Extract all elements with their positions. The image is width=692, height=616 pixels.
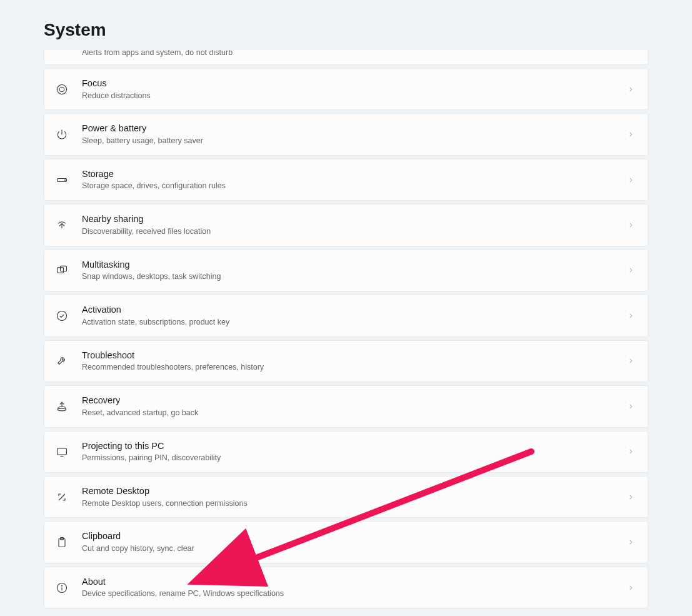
settings-item-title: Recovery [82,395,613,407]
settings-item-recovery[interactable]: RecoveryReset, advanced startup, go back [44,385,648,427]
settings-item-text: Remote DesktopRemote Desktop users, conn… [82,485,613,508]
settings-item-subtitle: Sleep, battery usage, battery saver [82,136,613,146]
settings-item-subtitle: Cut and copy history, sync, clear [82,543,613,554]
recovery-icon [56,400,68,413]
settings-item-title: Activation [82,304,613,316]
settings-item-title: Projecting to this PC [82,440,613,453]
settings-item-title: Focus [82,78,613,90]
chevron-right-icon [626,85,635,94]
settings-item-activation[interactable]: ActivationActivation state, subscription… [44,295,648,336]
nearby-icon [56,219,68,231]
settings-item-subtitle: Reset, advanced startup, go back [82,408,613,418]
page-title: System [44,0,648,50]
settings-item-text: FocusReduce distractions [82,78,613,101]
settings-item-subtitle: Alerts from apps and system, do not dist… [82,50,635,58]
chevron-right-icon [626,266,635,275]
svg-point-3 [65,179,66,180]
settings-item-title: Storage [82,168,613,181]
storage-icon [56,174,68,186]
chevron-right-icon [626,583,635,592]
settings-item-subtitle: Discoverability, received files location [82,226,613,237]
settings-item-title: Multitasking [82,259,613,271]
projecting-icon [56,445,68,458]
settings-item-title: About [82,576,613,588]
settings-item-subtitle: Permissions, pairing PIN, discoverabilit… [82,453,613,463]
chevron-right-icon [626,176,635,184]
activation-icon [56,310,68,322]
settings-item-troubleshoot[interactable]: TroubleshootRecommended troubleshooters,… [44,340,648,382]
about-icon [56,582,68,594]
settings-item-nearby[interactable]: Nearby sharingDiscoverability, received … [44,204,648,246]
chevron-right-icon [626,221,635,230]
settings-item-storage[interactable]: StorageStorage space, drives, configurat… [44,159,648,201]
multitasking-icon [56,264,68,276]
settings-item-title: Troubleshoot [82,350,613,362]
settings-item-title: Clipboard [82,530,613,543]
chevron-right-icon [626,356,635,365]
settings-item-text: MultitaskingSnap windows, desktops, task… [82,259,613,282]
svg-point-12 [62,585,63,586]
settings-item-text: RecoveryReset, advanced startup, go back [82,395,613,418]
settings-item-subtitle: Activation state, subscriptions, product… [82,317,613,328]
settings-item-clipboard[interactable]: ClipboardCut and copy history, sync, cle… [44,521,648,563]
remote-icon [56,491,68,503]
settings-item-text: Power & batterySleep, battery usage, bat… [82,123,613,146]
settings-item-subtitle: Reduce distractions [82,91,613,101]
settings-item-text: Projecting to this PCPermissions, pairin… [82,440,613,463]
focus-icon [56,83,68,96]
settings-item-subtitle: Recommended troubleshooters, preferences… [82,362,613,373]
settings-item-title: Remote Desktop [82,485,613,498]
settings-item-subtitle: Remote Desktop users, connection permiss… [82,498,613,509]
power-icon [56,128,68,141]
settings-item-text: NotificationsAlerts from apps and system… [82,50,635,58]
chevron-right-icon [626,447,635,456]
settings-item-title: Nearby sharing [82,213,613,226]
chevron-right-icon [626,402,635,411]
settings-item-multitasking[interactable]: MultitaskingSnap windows, desktops, task… [44,250,648,291]
settings-list: NotificationsAlerts from apps and system… [44,50,648,608]
settings-item-projecting[interactable]: Projecting to this PCPermissions, pairin… [44,431,648,473]
svg-rect-8 [58,448,67,455]
chevron-right-icon [626,538,635,547]
settings-item-title: Power & battery [82,123,613,135]
settings-item-power[interactable]: Power & batterySleep, battery usage, bat… [44,113,648,155]
settings-item-subtitle: Snap windows, desktops, task switching [82,271,613,282]
settings-item-subtitle: Storage space, drives, configuration rul… [82,181,613,191]
clipboard-icon [56,536,68,548]
chevron-right-icon [626,130,635,139]
settings-item-text: StorageStorage space, drives, configurat… [82,168,613,191]
chevron-right-icon [626,311,635,320]
svg-point-6 [58,311,67,320]
settings-item-text: AboutDevice specifications, rename PC, W… [82,576,613,599]
svg-point-0 [58,84,67,94]
settings-item-notifications[interactable]: NotificationsAlerts from apps and system… [44,50,648,65]
svg-point-7 [58,408,66,411]
settings-item-about[interactable]: AboutDevice specifications, rename PC, W… [44,567,648,608]
settings-item-subtitle: Device specifications, rename PC, Window… [82,588,613,599]
svg-point-1 [59,87,64,92]
chevron-right-icon [626,493,635,502]
settings-item-remote[interactable]: Remote DesktopRemote Desktop users, conn… [44,476,648,518]
settings-item-text: ActivationActivation state, subscription… [82,304,613,327]
troubleshoot-icon [56,355,68,367]
settings-item-text: ClipboardCut and copy history, sync, cle… [82,530,613,553]
settings-item-text: Nearby sharingDiscoverability, received … [82,213,613,236]
settings-item-focus[interactable]: FocusReduce distractions [44,68,648,110]
settings-item-text: TroubleshootRecommended troubleshooters,… [82,350,613,373]
